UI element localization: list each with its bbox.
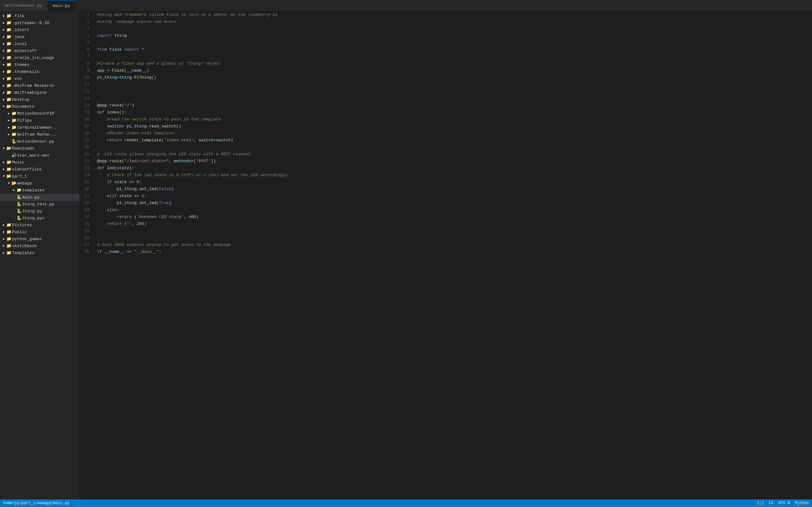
sidebar-item-gstreamer[interactable]: ▶ 📁 .gstreamer-0.10 xyxy=(0,20,79,26)
table-row: 1 #Using web framework called Flask to t… xyxy=(79,11,812,18)
table-row: 35 if __name__ == "__main__": xyxy=(79,248,812,256)
sidebar-label-oracle: .oracle_jre_usage xyxy=(12,55,54,61)
line-code[interactable]: #Create a flask app and a global pi "thi… xyxy=(95,60,812,67)
folder-icon: 📁 xyxy=(6,166,12,173)
sidebar-item-motionsensor-py[interactable]: ▶ 🐍 motionSensor.py xyxy=(0,138,79,145)
sidebar-item-templates-root[interactable]: ▶ 📁 Templates xyxy=(0,250,79,257)
line-code[interactable]: #read the switch state to pass in the te… xyxy=(95,116,812,123)
sidebar-item-wolfram-engine[interactable]: ▶ 📁 .WolframEngine xyxy=(0,89,79,96)
line-code[interactable]: pi_thing=thing.PiThing() xyxy=(95,74,812,81)
sidebar-item-main-py[interactable]: ▶ 🐍 main.py xyxy=(0,194,79,201)
line-code[interactable]: #Using web framework called Flask to tur… xyxy=(95,11,812,18)
line-code[interactable] xyxy=(95,144,812,151)
sidebar-item-documents[interactable]: ▼ 📂 Documents xyxy=(0,103,79,110)
line-code[interactable] xyxy=(95,95,812,102)
line-code[interactable]: #Render index.html template. xyxy=(95,130,812,137)
line-code[interactable]: return render_template('index.html', swi… xyxy=(95,137,812,144)
sidebar-item-idlerc[interactable]: ▶ 📁 .idlerc xyxy=(0,26,79,34)
line-code[interactable]: elif state == 1: xyxy=(95,193,812,200)
line-code[interactable] xyxy=(95,88,812,95)
line-code[interactable] xyxy=(95,81,812,88)
sidebar-item-themes[interactable]: ▶ 📁 .themes xyxy=(0,61,79,68)
sidebar-item-oracle[interactable]: ▶ 📁 .oracle_jre_usage xyxy=(0,55,79,61)
sidebar-item-wolfram-research[interactable]: ▶ 📁 .Wolfram Research xyxy=(0,82,79,89)
sidebar-item-thing-py[interactable]: ▶ 🐍 thing.py xyxy=(0,208,79,215)
line-number: 27 xyxy=(79,193,95,200)
line-code[interactable] xyxy=(95,53,812,60)
line-code[interactable]: return ('', 204) xyxy=(95,221,812,228)
line-code[interactable] xyxy=(95,25,812,32)
sidebar-item-local[interactable]: ▶ 📁 .local xyxy=(0,41,79,48)
line-code[interactable]: @app.route("/led/<int:state>", methods=[… xyxy=(95,158,812,165)
line-code[interactable]: #using webpage anyone can acess xyxy=(95,18,812,25)
line-number: 31 xyxy=(79,221,95,228)
sidebar-item-templates[interactable]: ▶ 📁 templates xyxy=(0,187,79,194)
line-code[interactable]: pi_thing.set_led(False) xyxy=(95,186,812,193)
sidebar-label-music: Music xyxy=(12,159,24,166)
line-code[interactable]: if state == 0: xyxy=(95,179,812,186)
sidebar-item-motion-sensor-pir[interactable]: ▶ 📁 MotionSensorPIR xyxy=(0,110,79,117)
folder-open-icon: 📂 xyxy=(11,180,17,187)
line-code[interactable]: def led(state): xyxy=(95,165,812,172)
sidebar-item-pitips[interactable]: ▶ 📁 PiTips xyxy=(0,117,79,124)
line-code[interactable] xyxy=(95,234,812,241)
arrow-icon: ▶ xyxy=(1,89,6,96)
folder-icon: 📁 xyxy=(6,229,12,236)
sidebar-item-minecraft[interactable]: ▶ 📁 .minecraft xyxy=(0,48,79,55)
sidebar-item-music[interactable]: ▶ 📁 Music xyxy=(0,159,79,166)
line-code[interactable]: import thing xyxy=(95,32,812,39)
line-code[interactable]: # LED route allows changing the LED stat… xyxy=(95,151,812,158)
sidebar[interactable]: ▶ 📁 .fltk ▶ 📁 .gstreamer-0.10 ▶ 📁 .idler… xyxy=(0,11,79,499)
sidebar-item-desktop[interactable]: ▶ 📁 Desktop xyxy=(0,96,79,103)
sidebar-item-pictures[interactable]: ▶ 📁 Pictures xyxy=(0,222,79,229)
arrow-icon: ▼ xyxy=(1,145,6,152)
line-code[interactable]: app = Flask(__name__) xyxy=(95,67,812,74)
sidebar-item-downloads[interactable]: ▼ 📂 Downloads xyxy=(0,145,79,152)
table-row: 14 @app.route("/") xyxy=(79,102,812,109)
folder-icon: 📁 xyxy=(6,82,12,89)
sidebar-item-thing-pyc[interactable]: ▶ 🐍 thing.pyc xyxy=(0,215,79,222)
sidebar-item-python-games[interactable]: ▶ 📁 python_games xyxy=(0,236,79,243)
sidebar-item-sketchbook[interactable]: ▶ 📁 sketchbook xyxy=(0,243,79,250)
line-code[interactable]: @app.route("/") xyxy=(95,102,812,109)
sidebar-label-sketchbook: sketchbook xyxy=(12,243,37,250)
sidebar-item-terminal-commands[interactable]: ▶ 📁 terminalComman... xyxy=(0,124,79,131)
sidebar-item-oldconffiles[interactable]: ▶ 📁 oldconffiles xyxy=(0,166,79,173)
line-code[interactable]: return ('Unknown LED state', 400) xyxy=(95,214,812,221)
sidebar-item-vnc[interactable]: ▶ 📁 .vnc xyxy=(0,75,79,82)
line-number: 11 xyxy=(79,81,95,88)
arrow-icon: ▼ xyxy=(1,173,6,180)
folder-icon: 📁 xyxy=(6,20,12,26)
line-code[interactable]: # Check if the led state is 0 (off) or 1… xyxy=(95,172,812,179)
sidebar-item-fltk[interactable]: ▶ 📁 .fltk xyxy=(0,13,79,20)
line-number: 26 xyxy=(79,186,95,193)
sidebar-item-thing-test-py[interactable]: ▶ 🐍 thing_test.py xyxy=(0,201,79,208)
sidebar-item-java[interactable]: ▶ 📁 .java xyxy=(0,34,79,41)
sidebar-item-thumbnails[interactable]: ▶ 📁 .thumbnails xyxy=(0,68,79,75)
line-code[interactable]: pi_thing.set_led(True) xyxy=(95,200,812,207)
sidebar-item-public[interactable]: ▶ 📁 Public xyxy=(0,229,79,236)
folder-icon: 📁 xyxy=(6,96,12,103)
sidebar-item-star-wars-wav[interactable]: ▶ 🔊 star_wars.wav xyxy=(0,152,79,159)
line-code[interactable] xyxy=(95,39,812,46)
arrow-icon: ▶ xyxy=(1,61,6,68)
sidebar-label-motionsensor-py: motionSensor.py xyxy=(17,138,54,145)
sidebar-label-downloads: Downloads xyxy=(12,145,34,152)
line-code[interactable]: # host 0000 enables anyone to get acess … xyxy=(95,241,812,248)
table-row: 25 if state == 0: xyxy=(79,179,812,186)
line-code[interactable]: switch= pi_thing.read_switch() xyxy=(95,123,812,130)
line-code[interactable]: from flask import * xyxy=(95,46,812,53)
line-code[interactable] xyxy=(95,228,812,234)
editor-content[interactable]: 1 #Using web framework called Flask to t… xyxy=(79,11,812,499)
folder-icon: 📁 xyxy=(11,124,17,131)
sidebar-item-wolfram-math[interactable]: ▶ 📁 Wolfram Mathe... xyxy=(0,131,79,138)
line-code[interactable]: else: xyxy=(95,207,812,214)
line-code[interactable]: def index(): xyxy=(95,109,812,116)
line-code[interactable]: if __name__ == "__main__": xyxy=(95,248,812,256)
sidebar-item-webapp[interactable]: ▼ 📂 webapp xyxy=(0,180,79,187)
sidebar-item-part1[interactable]: ▼ 📂 part_1 xyxy=(0,173,79,180)
tab-motionsensor[interactable]: motionSensor.py xyxy=(0,0,48,11)
table-row: 24 # Check if the led state is 0 (off) o… xyxy=(79,172,812,179)
line-number: 2 xyxy=(79,18,95,25)
tab-main[interactable]: main.py xyxy=(48,0,75,11)
